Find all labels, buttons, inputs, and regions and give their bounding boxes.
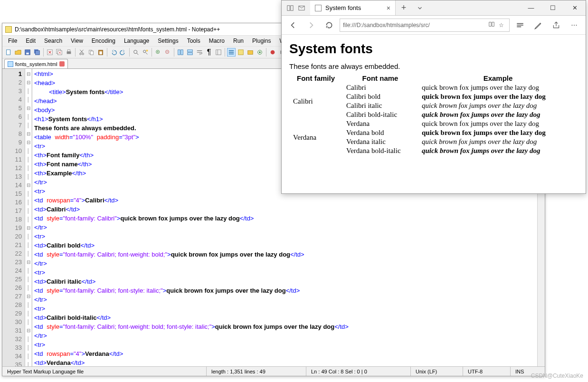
folder-view-icon[interactable] [246, 48, 255, 57]
redo-icon[interactable] [119, 48, 127, 57]
show-all-icon[interactable]: ¶ [205, 48, 213, 57]
set-aside-tabs-icon[interactable] [285, 2, 296, 14]
page-icon [315, 5, 322, 11]
new-file-icon[interactable] [4, 48, 13, 57]
new-tab-button[interactable]: + [396, 0, 412, 15]
svg-rect-29 [238, 50, 244, 55]
fonts-table: Font family Font name Example CalibriCal… [289, 73, 578, 155]
th-family: Font family [289, 73, 342, 83]
wrap-icon[interactable] [195, 48, 204, 57]
svg-rect-25 [216, 50, 221, 55]
close-button[interactable]: ✕ [564, 0, 586, 15]
minimize-button[interactable]: — [520, 0, 542, 15]
svg-rect-8 [67, 51, 71, 54]
reading-view-icon[interactable] [488, 21, 496, 29]
cell-fontname: Calibri [342, 83, 418, 92]
sync-v-icon[interactable] [176, 48, 185, 57]
replace-icon[interactable] [141, 48, 150, 57]
line-number-gutter: 1234567891011121314151617181920212223242… [2, 69, 25, 366]
cell-example: quick brown fox jumps over the lazy dog [418, 146, 578, 155]
close-icon[interactable] [46, 48, 54, 57]
status-eol[interactable]: Unix (LF) [411, 367, 463, 376]
svg-rect-2 [26, 53, 28, 55]
tab-fonts-system[interactable]: fonts_system.html [4, 59, 68, 68]
menu-language[interactable]: Language [120, 37, 153, 45]
close-all-icon[interactable] [55, 48, 64, 57]
page-content: System fonts These fonts are always embe… [282, 35, 586, 163]
svg-rect-35 [287, 5, 290, 10]
paste-icon[interactable] [96, 48, 105, 57]
save-icon[interactable] [23, 48, 32, 57]
address-bar[interactable]: file:///D:/sandbox/htmlsamples/src/ ☆ [340, 19, 510, 32]
page-heading: System fonts [289, 41, 578, 57]
favorite-icon[interactable]: ☆ [499, 22, 506, 29]
svg-rect-21 [178, 50, 180, 55]
cell-fontname: Verdana italic [342, 137, 418, 146]
more-icon[interactable]: ··· [567, 18, 582, 33]
status-ins[interactable]: INS [511, 367, 529, 376]
cell-example: quick brown fox jumps over the lazy dog [418, 137, 578, 146]
browser-tab[interactable]: System fonts × [310, 0, 396, 15]
menu-view[interactable]: View [67, 37, 87, 45]
svg-rect-26 [229, 50, 234, 51]
open-file-icon[interactable] [14, 48, 22, 57]
watermark: CSDN@CuteXiaoKe [531, 372, 583, 379]
monitor-icon[interactable] [256, 48, 264, 57]
status-encoding[interactable]: UTF-8 [463, 367, 511, 376]
sync-h-icon[interactable] [186, 48, 194, 57]
zoom-out-icon[interactable] [163, 48, 172, 57]
tab-close-icon[interactable] [59, 61, 65, 67]
table-row: CalibriCalibriquick brown fox jumps over… [289, 83, 578, 92]
menu-encoding[interactable]: Encoding [88, 37, 119, 45]
svg-rect-4 [36, 51, 40, 55]
url-text: file:///D:/sandbox/htmlsamples/src/ [343, 22, 485, 29]
menu-run[interactable]: Run [229, 37, 247, 45]
menu-plugins[interactable]: Plugins [248, 37, 275, 45]
cell-example: quick brown fox jumps over the lazy dog [418, 119, 578, 128]
cell-example: quick brown fox jumps over the lazy dog [418, 92, 578, 101]
tab-label: fonts_system.html [15, 61, 57, 67]
share-icon[interactable] [549, 18, 564, 33]
cut-icon[interactable] [77, 48, 86, 57]
copy-icon[interactable] [87, 48, 95, 57]
print-icon[interactable] [65, 48, 73, 57]
cell-family: Calibri [289, 83, 342, 119]
record-macro-icon[interactable] [268, 48, 277, 57]
save-all-icon[interactable] [33, 48, 41, 57]
notes-icon[interactable] [531, 18, 546, 33]
status-length: length : 1,351 lines : 49 [207, 367, 306, 376]
cell-fontname: Verdana bold [342, 128, 418, 137]
svg-point-17 [143, 50, 146, 53]
edge-browser-window: System fonts × + — ☐ ✕ file:///D:/sandbo… [281, 0, 586, 194]
menu-settings[interactable]: Settings [154, 37, 182, 45]
menu-file[interactable]: File [4, 37, 21, 45]
function-list-icon[interactable] [237, 48, 245, 57]
file-icon [8, 61, 13, 67]
undo-icon[interactable] [109, 48, 118, 57]
zoom-in-icon[interactable] [154, 48, 162, 57]
hub-icon[interactable] [512, 18, 528, 33]
menu-tools[interactable]: Tools [183, 37, 204, 45]
window-title: D:\sandbox\htmlsamples\src\main\resource… [15, 23, 220, 36]
tabs-preview-icon[interactable] [296, 2, 307, 14]
menu-edit[interactable]: Edit [22, 37, 39, 45]
cell-example: quick brown fox jumps over the lazy dog [418, 128, 578, 137]
menu-macro[interactable]: Macro [205, 37, 228, 45]
cell-fontname: Calibri bold-italic [342, 110, 418, 119]
tab-close-icon[interactable]: × [387, 4, 390, 12]
indent-guide-icon[interactable] [214, 48, 223, 57]
refresh-button[interactable] [322, 18, 337, 33]
cell-fontname: Calibri bold [342, 92, 418, 101]
cell-example: quick brown fox jumps over the lazy dog [418, 101, 578, 110]
fold-column[interactable]: ⊟⊟││⊟││⊟⊟││││⊟││││⊟│││⊟│││⊟│││⊟││││ [25, 69, 32, 366]
find-icon[interactable] [132, 48, 140, 57]
svg-rect-13 [90, 51, 93, 55]
svg-rect-23 [188, 50, 193, 52]
maximize-button[interactable]: ☐ [542, 0, 564, 15]
tab-actions-icon[interactable] [412, 0, 428, 15]
doc-list-icon[interactable] [227, 48, 236, 57]
cell-fontname: Calibri italic [342, 101, 418, 110]
back-button[interactable] [285, 18, 301, 33]
menu-search[interactable]: Search [40, 37, 66, 45]
forward-button[interactable] [303, 18, 319, 33]
